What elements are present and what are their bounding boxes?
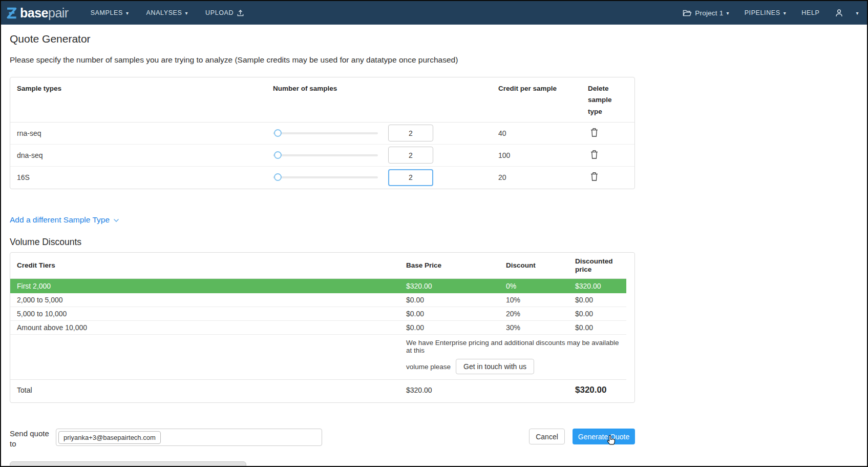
sample-count-input[interactable]	[388, 147, 433, 164]
nav-samples-label: SAMPLES	[91, 9, 123, 16]
table-row-active-tier: First 2,000 $320.00 0% $320.00	[10, 279, 626, 293]
get-in-touch-button[interactable]: Get in touch with us	[456, 359, 534, 374]
total-base-price: $320.00	[406, 386, 506, 394]
credit-per-sample-value: 20	[498, 173, 588, 181]
sample-type-label: dna-seq	[17, 151, 273, 159]
discounted-price-value: $0.00	[575, 296, 620, 304]
nav-upload-label: UPLOAD	[205, 9, 234, 16]
base-price-value: $0.00	[406, 296, 506, 304]
main-content: Quote Generator Please specify the numbe…	[1, 25, 867, 467]
discounted-price-value: $0.00	[575, 323, 620, 332]
base-price-value: $0.00	[406, 310, 506, 318]
sample-type-label: rna-seq	[17, 129, 273, 137]
discount-value: 30%	[506, 323, 575, 332]
base-price-value: $0.00	[406, 323, 506, 332]
send-quote-row: Send quote to priyanka+3@basepairtech.co…	[10, 429, 635, 449]
base-price-value: $320.00	[406, 282, 506, 290]
nav-upload[interactable]: UPLOAD	[205, 9, 244, 17]
sample-count-slider[interactable]	[273, 173, 378, 181]
total-label: Total	[17, 386, 406, 394]
page-subtitle: Please specify the number of samples you…	[10, 55, 867, 65]
nav-help-label: HELP	[801, 9, 819, 16]
discount-value: 0%	[506, 282, 575, 290]
volume-discounts-table: Credit Tiers Base Price Discount Discoun…	[10, 252, 635, 403]
trash-icon	[590, 150, 599, 161]
nav-user-menu[interactable]: ▾	[835, 9, 859, 17]
slider-track[interactable]	[273, 132, 378, 134]
slider-track[interactable]	[273, 154, 378, 156]
payment-info-alert: i The payment service is provided by Int…	[10, 461, 246, 467]
slider-track[interactable]	[273, 176, 378, 178]
column-header-base-price: Base Price	[406, 261, 506, 270]
column-header-credit-tiers: Credit Tiers	[17, 261, 406, 270]
samples-table: Sample types Number of samples Credit pe…	[10, 77, 635, 189]
table-row: 16S 20	[10, 167, 634, 189]
upload-icon	[237, 9, 244, 17]
caret-down-icon: ▾	[856, 11, 859, 16]
credit-per-sample-value: 40	[498, 129, 588, 137]
form-actions: Cancel Generate Quote	[529, 429, 635, 444]
table-row: rna-seq 40	[10, 123, 634, 145]
delete-sample-button[interactable]	[588, 172, 599, 183]
sample-count-input[interactable]	[388, 125, 433, 141]
navbar-right: Project 1 ▾ PIPELINES ▾ HELP ▾	[667, 9, 859, 17]
sample-count-input[interactable]	[388, 169, 433, 186]
nav-pipelines-label: PIPELINES	[745, 9, 780, 16]
tier-label: Amount above 10,000	[17, 323, 406, 332]
nav-samples[interactable]: SAMPLES ▾	[91, 9, 129, 16]
email-chip[interactable]: priyanka+3@basepairtech.com	[58, 431, 161, 444]
quote-generator-page: basepair SAMPLES ▾ ANALYSES ▾ UPLOAD	[0, 0, 868, 467]
send-quote-input[interactable]: priyanka+3@basepairtech.com	[56, 429, 322, 446]
caret-down-icon: ▾	[784, 11, 787, 16]
column-header-sample-types: Sample types	[17, 83, 273, 94]
enterprise-note-line2: volume please	[406, 363, 451, 371]
enterprise-note-line1: We have Enterprise pricing and additiona…	[406, 339, 620, 354]
generate-quote-label: Generate Quote	[578, 433, 629, 441]
nav-pipelines[interactable]: PIPELINES ▾	[745, 9, 787, 16]
slider-thumb[interactable]	[274, 173, 282, 181]
cancel-button[interactable]: Cancel	[529, 429, 565, 444]
sample-count-cell	[273, 169, 498, 186]
delete-sample-button[interactable]	[588, 150, 599, 161]
caret-down-icon: ▾	[185, 11, 188, 16]
volume-discounts-title: Volume Discounts	[10, 237, 867, 248]
column-header-credit-per-sample: Credit per sample	[498, 83, 588, 94]
nav-project-selector[interactable]: Project 1 ▾	[683, 9, 729, 17]
caret-down-icon: ▾	[726, 11, 729, 16]
tier-label: 2,000 to 5,000	[17, 296, 406, 304]
slider-thumb[interactable]	[274, 129, 282, 137]
samples-table-header: Sample types Number of samples Credit pe…	[10, 77, 634, 123]
discount-value: 10%	[506, 296, 575, 304]
slider-thumb[interactable]	[274, 151, 282, 159]
nav-analyses[interactable]: ANALYSES ▾	[146, 9, 188, 16]
sample-count-cell	[273, 125, 498, 141]
nav-help[interactable]: HELP	[801, 9, 819, 16]
sample-count-slider[interactable]	[273, 151, 378, 159]
dna-logo-icon	[5, 6, 20, 20]
folder-icon	[683, 9, 692, 17]
add-sample-type-label: Add a different Sample Type	[10, 215, 110, 225]
table-row: 5,000 to 10,000 $0.00 20% $0.00	[10, 307, 626, 321]
page-title: Quote Generator	[10, 33, 867, 45]
sample-type-label: 16S	[17, 173, 273, 181]
discounted-price-value: $0.00	[575, 310, 620, 318]
caret-down-icon: ▾	[126, 11, 129, 16]
basepair-logo[interactable]: basepair	[5, 6, 69, 21]
delete-sample-button[interactable]	[588, 128, 599, 139]
column-header-discount: Discount	[506, 261, 575, 270]
sample-count-cell	[273, 147, 498, 164]
add-sample-type-link[interactable]: Add a different Sample Type	[10, 215, 119, 225]
total-discounted-price: $320.00	[575, 385, 620, 395]
tier-label: First 2,000	[17, 282, 406, 290]
credit-per-sample-value: 100	[498, 151, 588, 159]
sample-count-slider[interactable]	[273, 129, 378, 137]
table-row: 2,000 to 5,000 $0.00 10% $0.00	[10, 293, 626, 307]
column-header-number-of-samples: Number of samples	[273, 83, 498, 94]
generate-quote-button[interactable]: Generate Quote	[573, 429, 635, 444]
column-header-delete-sample-type: Delete sample type	[588, 83, 628, 117]
table-row: Amount above 10,000 $0.00 30% $0.00	[10, 321, 626, 335]
nav-project-label: Project 1	[695, 9, 723, 17]
table-row: dna-seq 100	[10, 145, 634, 167]
tier-label: 5,000 to 10,000	[17, 310, 406, 318]
discount-value: 20%	[506, 310, 575, 318]
